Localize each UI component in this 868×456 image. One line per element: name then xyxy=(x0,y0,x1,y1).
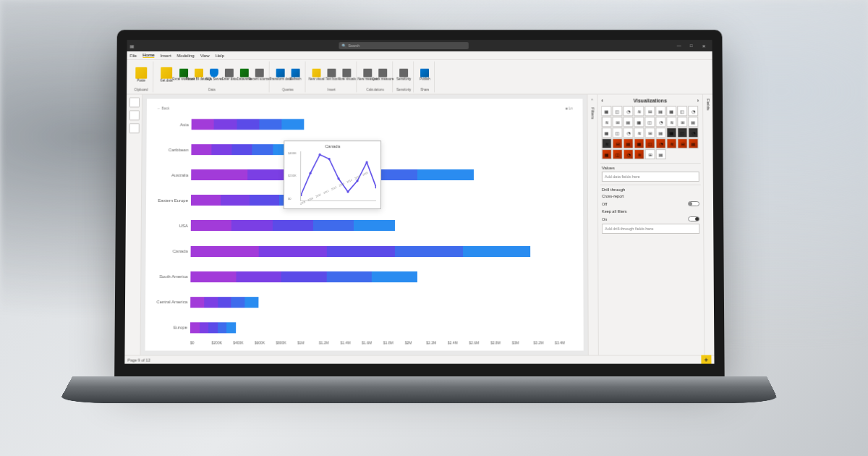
viz-type-icon[interactable]: ▦ xyxy=(602,127,612,138)
viz-type-icon[interactable]: ⊞ xyxy=(613,138,623,148)
viz-type-icon[interactable]: ⊞ xyxy=(644,127,655,138)
viz-type-icon[interactable]: ◫ xyxy=(613,149,623,159)
viz-type-icon[interactable]: ▦ xyxy=(601,106,611,116)
pbi-datasets-button[interactable]: Power BI datasets xyxy=(192,63,206,88)
viz-type-icon[interactable]: ⊞ xyxy=(644,106,655,116)
viz-type-icon[interactable]: ⊞ xyxy=(612,117,622,127)
publish-button[interactable]: Publish xyxy=(417,63,432,88)
viz-type-icon[interactable]: ▤ xyxy=(688,117,698,127)
bar-eastern-europe[interactable] xyxy=(191,195,576,206)
report-view-icon[interactable] xyxy=(129,98,139,108)
viz-type-icon[interactable]: ▤ xyxy=(655,127,665,138)
viz-type-icon[interactable]: ≋ xyxy=(666,117,676,127)
viz-type-icon[interactable]: ◫ xyxy=(612,106,622,116)
bar-europe[interactable] xyxy=(190,322,576,333)
bar-asia[interactable] xyxy=(192,119,576,130)
quick-measure-button[interactable]: Quick measure xyxy=(375,63,390,88)
ribbon-group-calculations: New measure Quick measure Calculations xyxy=(358,62,393,93)
menu-home[interactable]: Home xyxy=(142,53,155,58)
viz-type-icon[interactable]: ⊞ xyxy=(645,149,655,159)
viz-type-icon[interactable]: ≋ xyxy=(667,138,677,148)
viz-type-icon[interactable]: ▤ xyxy=(656,149,666,159)
drillthrough-fieldwell[interactable]: Add drill-through fields here xyxy=(602,224,699,234)
left-rail xyxy=(124,95,142,355)
bar-caribbean[interactable] xyxy=(191,144,575,155)
viz-type-icon[interactable]: ≋ xyxy=(602,138,612,148)
viz-type-icon[interactable]: ≋ xyxy=(634,149,644,159)
bar-usa[interactable] xyxy=(191,220,576,231)
menu-file[interactable]: File xyxy=(129,53,137,57)
title-bar: ▤ 🔍 Search — □ ✕ xyxy=(127,40,712,51)
refresh-button[interactable]: Refresh xyxy=(289,63,303,88)
bar-canada[interactable] xyxy=(191,246,576,257)
viz-type-icon[interactable]: ▤ xyxy=(623,117,633,127)
excel-button[interactable]: Excel workbook xyxy=(176,63,191,88)
chevron-right-icon[interactable]: › xyxy=(697,98,699,104)
viz-type-icon[interactable]: ≋ xyxy=(634,127,644,138)
minimize-button[interactable]: — xyxy=(673,41,685,50)
close-button[interactable]: ✕ xyxy=(698,41,710,50)
report-canvas[interactable]: ← Back ■ Ln AsiaCaribbeanAustraliaEaster… xyxy=(145,99,584,351)
viz-type-icon[interactable]: ⊞ xyxy=(677,117,687,127)
viz-type-icon[interactable]: ◔ xyxy=(688,106,698,116)
menu-view[interactable]: View xyxy=(200,53,210,57)
new-visual-button[interactable]: New visual xyxy=(309,63,323,88)
sql-server-button[interactable]: SQL Server xyxy=(207,63,221,88)
model-view-icon[interactable] xyxy=(129,123,139,133)
bar-australia[interactable] xyxy=(191,169,576,180)
sensitivity-button[interactable]: Sensitivity xyxy=(396,63,411,88)
viz-type-icon[interactable]: ▦ xyxy=(634,117,644,127)
add-page-button[interactable]: + xyxy=(701,355,711,364)
cross-report-toggle[interactable] xyxy=(688,201,699,206)
viz-type-icon[interactable]: ▦ xyxy=(666,127,676,138)
maximize-button[interactable]: □ xyxy=(686,41,697,50)
text-box-button[interactable]: Text box xyxy=(324,63,339,88)
menu-insert[interactable]: Insert xyxy=(161,53,171,57)
viz-type-icon[interactable]: ◫ xyxy=(613,127,623,138)
more-visuals-button[interactable]: More visuals xyxy=(339,63,354,88)
viz-type-icon[interactable]: ▤ xyxy=(624,138,634,148)
chart-legend: ■ Ln xyxy=(566,106,573,110)
viz-type-icon[interactable]: ◔ xyxy=(656,138,666,148)
viz-type-icon[interactable]: ⊞ xyxy=(677,138,687,148)
recent-sources-button[interactable]: Recent sources xyxy=(252,63,267,88)
viz-type-icon[interactable]: ◫ xyxy=(645,138,655,148)
viz-type-icon[interactable]: ▤ xyxy=(688,138,698,148)
ribbon-group-data: Get data Excel workbook Power BI dataset… xyxy=(155,62,270,93)
y-axis-label: South America xyxy=(159,274,187,279)
data-view-icon[interactable] xyxy=(129,110,139,120)
dataverse-button[interactable]: Dataverse xyxy=(237,63,252,88)
bar-chart[interactable]: AsiaCaribbeanAustraliaEastern EuropeUSAC… xyxy=(153,111,576,340)
viz-type-icon[interactable]: ◔ xyxy=(624,127,634,138)
chevron-left-icon[interactable]: ‹ xyxy=(601,98,603,104)
paste-button[interactable]: Paste xyxy=(132,63,150,88)
get-data-button[interactable]: Get data xyxy=(157,63,176,88)
viz-type-icon[interactable]: ◫ xyxy=(677,127,687,138)
viz-type-icon[interactable]: ◫ xyxy=(677,106,687,116)
viz-type-icon[interactable]: ◔ xyxy=(655,117,665,127)
viz-type-icon[interactable]: ▤ xyxy=(655,106,665,116)
keep-filters-toggle[interactable] xyxy=(688,216,699,221)
viz-type-icon[interactable]: ▦ xyxy=(666,106,676,116)
bar-south-america[interactable] xyxy=(190,271,576,282)
viz-type-icon[interactable]: ▦ xyxy=(634,138,644,148)
viz-type-icon[interactable]: ◫ xyxy=(644,117,655,127)
group-label: Sensitivity xyxy=(396,88,411,92)
new-measure-button[interactable]: New measure xyxy=(360,63,375,88)
viz-type-icon[interactable]: ◔ xyxy=(688,127,698,138)
viz-type-icon[interactable]: ▦ xyxy=(602,149,612,159)
filters-tab[interactable]: ‹ Filters xyxy=(587,95,597,355)
transform-data-button[interactable]: Transform data xyxy=(273,63,288,88)
enter-data-button[interactable]: Enter data xyxy=(222,63,237,88)
viz-type-icon[interactable]: ≋ xyxy=(602,117,612,127)
viz-type-icon[interactable]: ≋ xyxy=(634,106,644,116)
menu-modeling[interactable]: Modeling xyxy=(177,53,195,57)
fields-tab[interactable]: Fields xyxy=(702,95,714,355)
values-fieldwell[interactable]: Add data fields here xyxy=(602,172,699,182)
viz-type-icon[interactable]: ◔ xyxy=(623,106,633,116)
back-button[interactable]: ← Back xyxy=(157,106,170,110)
viz-type-icon[interactable]: ◔ xyxy=(624,149,634,159)
menu-help[interactable]: Help xyxy=(216,53,224,57)
bar-central-america[interactable] xyxy=(190,297,576,308)
search-box[interactable]: 🔍 Search xyxy=(339,42,468,49)
